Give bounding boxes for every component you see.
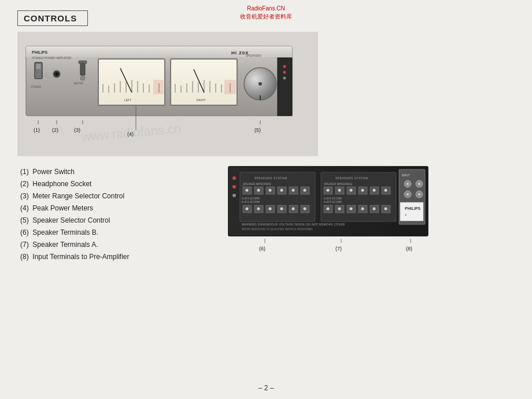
- svg-point-108: [373, 189, 376, 192]
- svg-rect-12: [79, 61, 87, 64]
- svg-text:(2): (2): [52, 127, 58, 133]
- list-item-3: (3) Meter Range Selector Control: [20, 191, 226, 201]
- watermark-line1: RadioFans.CN: [240, 5, 292, 13]
- svg-point-10: [56, 73, 58, 76]
- svg-text:SPEAKER IMPEDANCE: SPEAKER IMPEDANCE: [324, 183, 352, 186]
- item8-number: (8): [20, 253, 32, 261]
- list-item-8: (8) Input Terminals to Pre-Amplifier: [20, 252, 226, 262]
- list-item-7: (7) Speaker Terminals A.: [20, 239, 226, 250]
- item3-number: (3): [20, 192, 32, 200]
- page: RadioFans.CN 收音机爱好者资料库 CONTROLS: [0, 0, 532, 399]
- item6-number: (6): [20, 228, 32, 237]
- controls-list-container: (1) Power Switch (2) Headphone Socket (3…: [17, 161, 226, 268]
- svg-text:INPUT: INPUT: [402, 174, 410, 177]
- amp-rear-svg: SPEAKERS SYSTEM SPEAKER IMPEDANCE + − A+…: [226, 161, 434, 262]
- svg-text:+ −: + −: [242, 184, 245, 187]
- svg-text:A+B  8-16 OHM: A+B 8-16 OHM: [242, 197, 260, 200]
- svg-point-44: [258, 82, 262, 86]
- svg-rect-135: [400, 202, 423, 221]
- svg-point-118: [350, 208, 353, 210]
- svg-point-130: [418, 183, 420, 185]
- svg-point-95: [304, 208, 306, 210]
- svg-point-114: [327, 208, 330, 210]
- list-item-4: (4) Peak Power Meters: [20, 203, 226, 213]
- svg-rect-7: [36, 64, 41, 69]
- svg-text:METER: METER: [74, 82, 84, 85]
- item7-label: Speaker Terminals A.: [32, 241, 98, 249]
- svg-point-93: [292, 208, 295, 210]
- item3-label: Meter Range Selector Control: [32, 192, 124, 200]
- svg-text:WARNING   DANGEROUS VOLTAGE IN: WARNING DANGEROUS VOLTAGE INSIDE DO NOT …: [242, 223, 345, 226]
- svg-point-128: [407, 183, 409, 185]
- svg-rect-26: [153, 80, 164, 94]
- svg-point-134: [418, 193, 420, 195]
- page-title: CONTROLS: [24, 13, 77, 23]
- svg-point-63: [232, 176, 236, 180]
- svg-text:A+B  8-16 OHM: A+B 8-16 OHM: [324, 201, 342, 204]
- svg-text:www.radiofans.cn: www.radiofans.cn: [80, 121, 182, 144]
- svg-point-89: [269, 208, 272, 210]
- svg-text:(3): (3): [74, 127, 80, 133]
- item1-label: Power Switch: [32, 168, 75, 176]
- list-item-6: (6) Speaker Terminals B.: [20, 227, 226, 238]
- svg-point-116: [338, 208, 341, 210]
- svg-point-100: [327, 189, 330, 192]
- svg-point-120: [361, 208, 364, 210]
- item8-label: Input Terminals to Pre-Amplifier: [32, 253, 129, 261]
- svg-point-48: [283, 65, 286, 68]
- svg-text:(1): (1): [34, 127, 40, 133]
- svg-point-49: [283, 71, 286, 74]
- controls-list: (1) Power Switch (2) Headphone Socket (3…: [20, 167, 226, 262]
- list-item-1: (1) Power Switch: [20, 167, 226, 177]
- svg-point-65: [232, 194, 236, 197]
- bottom-row: (1) Power Switch (2) Headphone Socket (3…: [17, 161, 515, 268]
- top-image-row: PHILIPS STEREO POWER AMPLIFIER HI 20X PO…: [17, 32, 515, 156]
- svg-point-104: [350, 189, 353, 192]
- svg-point-50: [283, 77, 286, 80]
- svg-point-106: [361, 189, 364, 192]
- svg-point-72: [257, 189, 260, 192]
- svg-text:A+B  8-16 OHM: A+B 8-16 OHM: [324, 197, 342, 200]
- svg-text:SPEAKERS: SPEAKERS: [246, 54, 262, 57]
- svg-point-87: [257, 208, 260, 210]
- svg-text:(6): (6): [259, 246, 265, 252]
- svg-point-85: [246, 208, 249, 210]
- svg-point-110: [385, 189, 387, 192]
- amp-front-svg: PHILIPS STEREO POWER AMPLIFIER HI 20X PO…: [23, 40, 306, 156]
- svg-point-124: [385, 208, 387, 210]
- svg-text:REFER SERVICING TO QUALIFIED S: REFER SERVICING TO QUALIFIED SERVICE PER…: [242, 228, 313, 231]
- item4-label: Peak Power Meters: [32, 204, 93, 212]
- watermark: RadioFans.CN 收音机爱好者资料库: [240, 5, 292, 21]
- svg-text:STEREO POWER AMPLIFIER: STEREO POWER AMPLIFIER: [32, 56, 72, 60]
- list-item-5: (5) Speaker Selector Control: [20, 215, 226, 226]
- svg-text:A+B  8-16 OHM: A+B 8-16 OHM: [242, 201, 260, 204]
- svg-point-64: [232, 185, 236, 189]
- item6-label: Speaker Terminals B.: [32, 228, 98, 237]
- item4-number: (4): [20, 204, 32, 212]
- item5-label: Speaker Selector Control: [32, 216, 110, 224]
- amp-front-diagram: PHILIPS STEREO POWER AMPLIFIER HI 20X PO…: [17, 32, 318, 156]
- svg-text:SPEAKERS SYSTEM: SPEAKERS SYSTEM: [335, 176, 368, 180]
- item2-label: Headphone Socket: [32, 180, 91, 188]
- svg-point-81: [304, 189, 306, 192]
- svg-text:POWER: POWER: [31, 86, 42, 88]
- svg-text:(8): (8): [406, 246, 412, 252]
- svg-text:RIGHT: RIGHT: [197, 98, 206, 102]
- amp-rear-diagram: SPEAKERS SYSTEM SPEAKER IMPEDANCE + − A+…: [226, 161, 515, 268]
- item5-number: (5): [20, 216, 32, 224]
- svg-text:SPEAKER IMPEDANCE: SPEAKER IMPEDANCE: [243, 183, 271, 186]
- list-item-2: (2) Headphone Socket: [20, 179, 226, 189]
- svg-point-79: [292, 189, 295, 192]
- watermark-line2: 收音机爱好者资料库: [240, 13, 292, 21]
- svg-point-70: [246, 189, 249, 192]
- svg-text:(7): (7): [335, 246, 342, 252]
- header-box: CONTROLS: [17, 10, 88, 26]
- svg-text:SPEAKERS SYSTEM: SPEAKERS SYSTEM: [254, 176, 287, 180]
- svg-rect-40: [224, 80, 236, 94]
- item7-number: (7): [20, 241, 32, 249]
- svg-rect-11: [80, 62, 85, 75]
- svg-point-91: [280, 208, 283, 210]
- svg-point-13: [80, 76, 85, 80]
- svg-point-77: [280, 189, 283, 192]
- page-number: – 2 –: [258, 384, 274, 392]
